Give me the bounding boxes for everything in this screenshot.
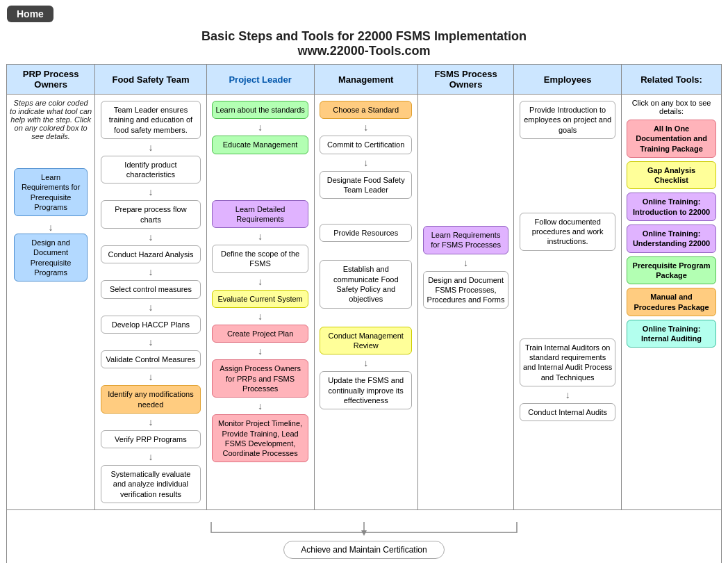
- col-header-mgmt: Management: [314, 65, 417, 95]
- mgmt-box-3[interactable]: Designate Food Safety Team Leader: [320, 171, 412, 199]
- col-header-tools: Related Tools:: [622, 65, 722, 95]
- fst-box-7[interactable]: Validate Control Measures: [101, 350, 201, 368]
- tool-box-3[interactable]: Online Training: Introduction to 22000: [627, 193, 715, 221]
- col-prp-body: Steps are color coded to indicate what t…: [7, 95, 95, 510]
- fst-box-3[interactable]: Prepare process flow charts: [101, 200, 201, 229]
- tools-note: Click on any box to see details:: [624, 99, 718, 115]
- col-fsms-body: Learn Requirements for FSMS Processes ↓ …: [417, 95, 513, 510]
- col-header-prp: PRP Process Owners: [7, 65, 95, 95]
- mgmt-box-1[interactable]: Choose a Standard: [320, 101, 412, 119]
- tool-box-5[interactable]: Prerequisite Program Package: [627, 256, 715, 285]
- mgmt-box-5[interactable]: Establish and communicate Food Safety Po…: [320, 260, 412, 308]
- col-pl-body: Learn about the standards ↓ Educate Mana…: [206, 95, 314, 510]
- prp-box-1[interactable]: Learn Requirements for Prerequisite Prog…: [14, 168, 88, 216]
- col-header-fst: Food Safety Team: [95, 65, 206, 95]
- emp-box-2[interactable]: Follow documented procedures and work in…: [520, 213, 616, 251]
- fst-box-8[interactable]: Identify any modifications needed: [101, 385, 201, 414]
- fst-box-10[interactable]: Systematically evaluate and analyze indi…: [101, 465, 201, 503]
- col-emp-body: Provide Introduction to employees on pro…: [514, 95, 622, 510]
- page-subtitle: www.22000-Tools.com: [0, 44, 728, 58]
- pl-box-5[interactable]: Evaluate Current System: [212, 290, 308, 308]
- pl-box-2[interactable]: Educate Management: [212, 136, 308, 154]
- emp-box-3[interactable]: Train Internal Auditors on standard requ…: [520, 338, 616, 386]
- col-tools-body: Click on any box to see details: All In …: [622, 95, 722, 510]
- mgmt-box-4[interactable]: Provide Resources: [320, 224, 412, 242]
- tool-box-1[interactable]: All In One Documentation and Training Pa…: [627, 120, 715, 158]
- emp-box-1[interactable]: Provide Introduction to employees on pro…: [520, 101, 616, 139]
- main-diagram-table: PRP Process Owners Food Safety Team Proj…: [6, 64, 722, 563]
- achieve-section: Achieve and Maintain Certification: [7, 519, 721, 559]
- pl-box-7[interactable]: Assign Process Owners for PRPs and FSMS …: [212, 359, 308, 398]
- emp-box-4[interactable]: Conduct Internal Audits: [520, 403, 616, 421]
- col-header-fsms: FSMS Process Owners: [417, 65, 513, 95]
- tool-box-7[interactable]: Online Training: Internal Auditing: [627, 320, 715, 348]
- fsms-box-2[interactable]: Design and Document FSMS Processes, Proc…: [423, 271, 508, 309]
- tool-box-6[interactable]: Manual and Procedures Package: [627, 288, 715, 316]
- achieve-label[interactable]: Achieve and Maintain Certification: [283, 541, 444, 559]
- tool-box-4[interactable]: Online Training: Understanding 22000: [627, 225, 715, 253]
- fst-box-5[interactable]: Select control measures: [101, 280, 201, 298]
- pl-box-4[interactable]: Define the scope of the FSMS: [212, 245, 308, 273]
- col-mgmt-body: Choose a Standard ↓ Commit to Certificat…: [314, 95, 417, 510]
- fst-box-2[interactable]: Identify product characteristics: [101, 156, 201, 184]
- pl-box-3[interactable]: Learn Detailed Requirements: [212, 200, 308, 229]
- fst-box-1[interactable]: Team Leader ensures training and educati…: [101, 101, 201, 139]
- tool-box-2[interactable]: Gap Analysis Checklist: [627, 161, 715, 190]
- col-fst-body: Team Leader ensures training and educati…: [95, 95, 206, 510]
- mgmt-box-2[interactable]: Commit to Certification: [320, 136, 412, 154]
- mgmt-box-7[interactable]: Update the FSMS and continually improve …: [320, 371, 412, 409]
- pl-box-6[interactable]: Create Project Plan: [212, 325, 308, 343]
- arrow-prp-1: ↓: [10, 222, 92, 233]
- fst-box-4[interactable]: Conduct Hazard Analysis: [101, 245, 201, 263]
- mgmt-box-6[interactable]: Conduct Management Review: [320, 327, 412, 355]
- col-header-pl: Project Leader: [206, 65, 314, 95]
- svg-marker-1: [361, 530, 367, 536]
- home-button[interactable]: Home: [7, 6, 53, 22]
- achieve-arrows: [156, 519, 572, 539]
- page-title: Basic Steps and Tools for 22000 FSMS Imp…: [0, 29, 728, 44]
- fst-box-9[interactable]: Verify PRP Programs: [101, 430, 201, 448]
- pl-box-1[interactable]: Learn about the standards: [212, 101, 308, 119]
- prp-box-2[interactable]: Design and Document Prerequisite Program…: [14, 234, 88, 282]
- fst-box-6[interactable]: Develop HACCP Plans: [101, 316, 201, 334]
- col-header-emp: Employees: [514, 65, 622, 95]
- pl-box-8[interactable]: Monitor Project Timeline, Provide Traini…: [212, 414, 308, 462]
- fsms-box-1[interactable]: Learn Requirements for FSMS Processes: [423, 226, 508, 254]
- sidebar-note: Steps are color coded to indicate what t…: [10, 99, 92, 140]
